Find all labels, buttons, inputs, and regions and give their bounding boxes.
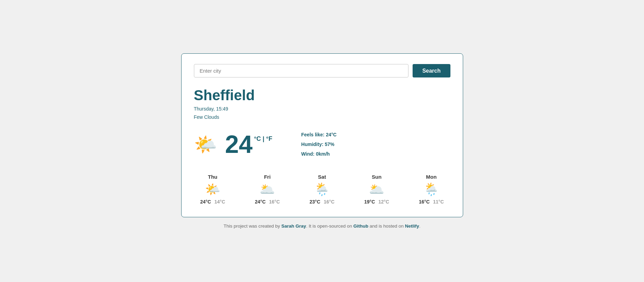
- forecast-temps: 16°C 11°C: [419, 199, 444, 205]
- footer-netlify[interactable]: Netlify: [405, 223, 419, 229]
- temperature-display: 24 °C | °F: [225, 132, 273, 157]
- forecast-temps: 24°C 16°C: [255, 199, 280, 205]
- forecast-low: 14°C: [215, 199, 225, 205]
- forecast-day: Fri 🌥️ 24°C 16°C: [249, 174, 286, 205]
- humidity: Humidity: 57%: [301, 139, 337, 149]
- forecast-day: Sat 🌦️ 23°C 16°C: [303, 174, 341, 205]
- forecast-day: Thu 🌤️ 24°C 14°C: [194, 174, 232, 205]
- current-weather-icon: 🌤️: [194, 135, 217, 154]
- footer-github[interactable]: Github: [353, 223, 369, 229]
- weather-card: Search Sheffield Thursday, 15:49 Few Clo…: [181, 53, 463, 217]
- city-datetime: Thursday, 15:49: [194, 105, 450, 113]
- footer-author[interactable]: Sarah Gray: [281, 223, 306, 229]
- forecast-day-label: Thu: [208, 174, 218, 180]
- forecast-high: 23°C: [309, 199, 320, 205]
- forecast-icon: 🌤️: [205, 183, 220, 196]
- search-row: Search: [194, 64, 450, 77]
- forecast-day: Sun 🌥️ 19°C 12°C: [358, 174, 396, 205]
- footer-text3: and is hosted on: [368, 223, 405, 229]
- footer-text1: This project was created by: [223, 223, 281, 229]
- forecast-low: 16°C: [324, 199, 335, 205]
- city-condition: Few Clouds: [194, 113, 450, 122]
- forecast-high: 19°C: [364, 199, 375, 205]
- temperature-units: °C | °F: [254, 135, 272, 143]
- footer: This project was created by Sarah Gray. …: [223, 223, 421, 229]
- forecast-icon: 🌦️: [424, 183, 439, 196]
- forecast-icon: 🌥️: [369, 183, 384, 196]
- forecast-temps: 23°C 16°C: [309, 199, 335, 205]
- forecast-high: 16°C: [419, 199, 429, 205]
- temperature-value: 24: [225, 132, 253, 157]
- forecast-day-label: Sun: [372, 174, 381, 180]
- forecast-low: 16°C: [269, 199, 280, 205]
- forecast-low: 12°C: [379, 199, 389, 205]
- forecast-temps: 19°C 12°C: [364, 199, 389, 205]
- city-meta: Thursday, 15:49 Few Clouds: [194, 105, 450, 122]
- forecast-day-label: Fri: [264, 174, 271, 180]
- footer-text2: . It is open-sourced on: [306, 223, 353, 229]
- forecast-day-label: Sat: [318, 174, 326, 180]
- search-button[interactable]: Search: [413, 64, 450, 77]
- city-name: Sheffield: [194, 87, 450, 104]
- forecast-temps: 24°C 14°C: [200, 199, 225, 205]
- forecast-icon: 🌥️: [260, 183, 275, 196]
- forecast-icon: 🌦️: [314, 183, 330, 196]
- footer-text4: .: [419, 223, 421, 229]
- feels-like: Feels like: 24°C: [301, 130, 337, 139]
- weather-details: Feels like: 24°C Humidity: 57% Wind: 0km…: [301, 130, 337, 159]
- wind: Wind: 0km/h: [301, 149, 337, 159]
- forecast-high: 24°C: [255, 199, 265, 205]
- forecast-low: 11°C: [433, 199, 444, 205]
- search-input[interactable]: [194, 64, 409, 77]
- forecast-day: Mon 🌦️ 16°C 11°C: [413, 174, 450, 205]
- forecast-high: 24°C: [200, 199, 211, 205]
- current-weather: 🌤️ 24 °C | °F Feels like: 24°C Humidity:…: [194, 130, 450, 159]
- forecast-day-label: Mon: [426, 174, 437, 180]
- forecast-row: Thu 🌤️ 24°C 14°C Fri 🌥️ 24°C 16°C Sat 🌦️…: [194, 171, 450, 205]
